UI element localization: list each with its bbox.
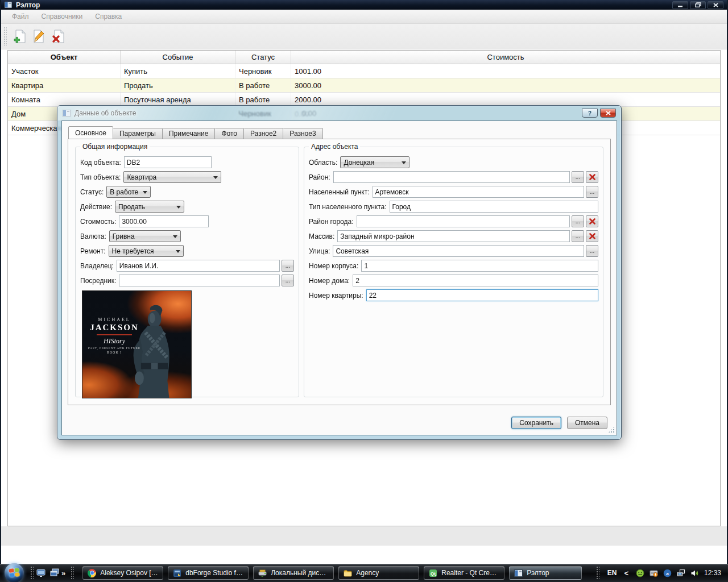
street-label: Улица: xyxy=(309,247,330,255)
delete-record-button[interactable] xyxy=(49,27,67,45)
owner-input[interactable] xyxy=(117,260,280,272)
address-group: Адрес объекта Область: Донецкая Район: .… xyxy=(304,147,603,397)
owner-label: Владелец: xyxy=(80,262,114,270)
currency-label: Валюта: xyxy=(80,232,106,240)
cancel-button[interactable]: Отмена xyxy=(567,417,607,429)
city-type-input[interactable] xyxy=(390,201,598,213)
city-browse-button[interactable]: ... xyxy=(586,186,598,198)
cell-object: Комната xyxy=(8,93,121,106)
menu-bar: Файл Справочники Справка xyxy=(1,10,727,24)
taskbar: » Aleksey Osipov [a... dbForge Studio fo… xyxy=(0,564,728,582)
tab-misc2[interactable]: Разное2 xyxy=(244,128,283,139)
keyboard-warning-tray-icon[interactable] xyxy=(650,569,658,577)
smiley-tray-icon[interactable] xyxy=(636,569,644,577)
delete-cross-icon xyxy=(51,29,65,44)
dialog-body: Основное Параметры Примечание Фото Разно… xyxy=(61,120,617,435)
restore-button[interactable] xyxy=(690,1,706,9)
task-local-disk[interactable]: Локальный диск ... xyxy=(253,566,334,580)
massif-input[interactable] xyxy=(337,230,570,242)
ellipsis-icon: ... xyxy=(590,248,594,254)
city-district-label: Район города: xyxy=(309,218,354,226)
status-combobox[interactable]: В работе xyxy=(106,186,151,198)
building-number-input[interactable] xyxy=(361,260,598,272)
tray-expand-chevron[interactable]: < xyxy=(622,569,631,577)
task-realtor-active[interactable]: Рэлтор xyxy=(509,566,582,580)
object-photo[interactable]: MICHAEL JACKSON HIStory PAST, PRESENT AN… xyxy=(82,290,192,398)
tab-photo[interactable]: Фото xyxy=(215,128,244,139)
chevron-down-icon xyxy=(143,191,147,196)
window-title: Рэлтор xyxy=(16,1,40,9)
district-input[interactable] xyxy=(333,171,570,183)
massif-browse-button[interactable]: ... xyxy=(572,230,584,242)
city-district-input[interactable] xyxy=(357,215,570,227)
task-chrome[interactable]: Aleksey Osipov [a... xyxy=(82,566,163,580)
house-number-input[interactable] xyxy=(353,275,598,286)
apartment-number-input[interactable] xyxy=(366,289,598,301)
main-titlebar: Рэлтор xyxy=(1,0,727,10)
agent-browse-button[interactable]: ... xyxy=(282,275,294,286)
album-text: MICHAEL JACKSON HIStory PAST, PRESENT AN… xyxy=(87,317,142,354)
tab-misc3[interactable]: Разное3 xyxy=(283,128,322,139)
task-dbforge[interactable]: dbForge Studio fo... xyxy=(168,566,249,580)
dialog-close-button[interactable] xyxy=(600,109,616,118)
district-browse-button[interactable]: ... xyxy=(572,171,584,183)
tab-parameters[interactable]: Параметры xyxy=(113,128,163,139)
tray-grip[interactable] xyxy=(596,566,599,580)
task-qt-creator[interactable]: Qt Realter - Qt Creator xyxy=(424,566,504,580)
massif-clear-button[interactable] xyxy=(586,230,598,242)
realtor-app-icon xyxy=(514,569,523,577)
menu-help[interactable]: Справка xyxy=(89,11,128,22)
task-agency-folder[interactable]: Agency xyxy=(338,566,419,580)
currency-combobox[interactable]: Гривна xyxy=(109,230,181,242)
language-indicator[interactable]: EN xyxy=(607,569,617,577)
quicklaunch-grip[interactable] xyxy=(30,566,34,580)
red-cross-icon xyxy=(589,233,595,239)
action-label: Действие: xyxy=(80,203,112,211)
minimize-button[interactable] xyxy=(672,1,688,9)
table-row[interactable]: Квартира Продать В работе 3000.00 xyxy=(8,78,720,93)
red-cross-icon xyxy=(589,174,595,180)
street-input[interactable] xyxy=(333,245,584,257)
owner-browse-button[interactable]: ... xyxy=(282,260,294,272)
city-input[interactable] xyxy=(373,186,584,198)
tasks-grip[interactable] xyxy=(71,566,74,580)
close-button[interactable] xyxy=(708,1,723,9)
menu-references[interactable]: Справочники xyxy=(35,11,89,22)
price-input[interactable] xyxy=(119,215,209,227)
window-switcher-icon[interactable] xyxy=(50,568,59,577)
street-browse-button[interactable]: ... xyxy=(586,245,598,257)
column-object[interactable]: Объект xyxy=(8,51,121,64)
object-type-combobox[interactable]: Квартира xyxy=(123,171,221,183)
network-tray-icon[interactable] xyxy=(677,569,685,577)
district-clear-button[interactable] xyxy=(586,171,598,183)
taskbar-clock[interactable]: 12:33 xyxy=(704,569,721,577)
column-event[interactable]: Событие xyxy=(121,51,235,64)
city-district-clear-button[interactable] xyxy=(586,215,598,227)
column-price[interactable]: Стоимость xyxy=(291,51,720,64)
ghost-price-text: 0.00 xyxy=(302,109,316,118)
dialog-help-button[interactable]: ? xyxy=(582,109,598,118)
cell-event: Продать xyxy=(121,78,235,92)
show-desktop-icon[interactable] xyxy=(36,568,46,577)
tab-bar: Основное Параметры Примечание Фото Разно… xyxy=(68,128,323,139)
quicklaunch-overflow-chevron[interactable]: » xyxy=(59,569,68,577)
dialog-titlebar[interactable]: Данные об объекте Черновик 0.00 ? xyxy=(57,106,621,120)
start-button[interactable] xyxy=(5,563,24,582)
region-combobox[interactable]: Донецкая xyxy=(340,156,410,168)
repair-combobox[interactable]: Не требуется xyxy=(109,245,184,257)
save-button[interactable]: Сохранить xyxy=(511,417,561,429)
menu-file[interactable]: Файл xyxy=(6,11,35,22)
object-code-input[interactable] xyxy=(124,156,212,168)
agent-input[interactable] xyxy=(119,275,280,286)
a-badge-tray-icon[interactable]: a xyxy=(663,569,672,577)
resize-grip[interactable] xyxy=(608,426,615,433)
action-combobox[interactable]: Продать xyxy=(115,201,184,213)
column-status[interactable]: Статус xyxy=(235,51,291,64)
edit-record-button[interactable] xyxy=(30,27,48,45)
city-district-browse-button[interactable]: ... xyxy=(572,215,584,227)
table-row[interactable]: Участок Купить Черновик 1001.00 xyxy=(8,64,720,78)
tab-note[interactable]: Примечание xyxy=(163,128,215,139)
tab-main[interactable]: Основное xyxy=(68,126,113,139)
volume-tray-icon[interactable] xyxy=(690,569,699,577)
add-record-button[interactable] xyxy=(10,27,28,45)
